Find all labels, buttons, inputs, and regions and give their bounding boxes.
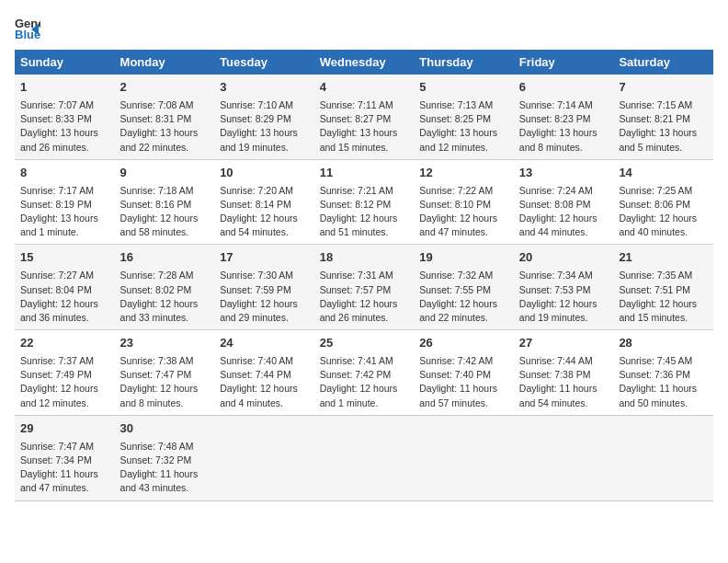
day-info: Daylight: 11 hours <box>619 382 708 396</box>
logo: General Blue <box>15 15 44 40</box>
day-number: 21 <box>619 249 708 267</box>
day-info: Daylight: 12 hours <box>320 382 409 396</box>
day-info: Sunset: 7:59 PM <box>220 283 309 297</box>
calendar-cell: 15Sunrise: 7:27 AMSunset: 8:04 PMDayligh… <box>15 245 115 330</box>
day-info: Sunrise: 7:11 AM <box>320 98 409 112</box>
day-info: and 1 minute. <box>320 396 409 410</box>
week-row-4: 22Sunrise: 7:37 AMSunset: 7:49 PMDayligh… <box>15 330 713 416</box>
day-info: Daylight: 12 hours <box>220 382 309 396</box>
day-number: 18 <box>320 249 409 267</box>
day-info: and 40 minutes. <box>619 225 708 239</box>
calendar-cell: 18Sunrise: 7:31 AMSunset: 7:57 PMDayligh… <box>314 245 415 330</box>
day-info: Sunset: 8:33 PM <box>20 112 109 126</box>
day-number: 10 <box>220 165 309 182</box>
day-info: Daylight: 12 hours <box>419 212 508 225</box>
calendar-cell: 26Sunrise: 7:42 AMSunset: 7:40 PMDayligh… <box>414 330 514 416</box>
day-info: Sunset: 7:34 PM <box>20 454 109 467</box>
week-row-2: 8Sunrise: 7:17 AMSunset: 8:19 PMDaylight… <box>15 159 713 245</box>
day-info: Daylight: 12 hours <box>419 297 508 311</box>
day-number: 12 <box>419 165 508 182</box>
day-info: Sunrise: 7:08 AM <box>120 98 210 112</box>
day-info: and 51 minutes. <box>320 225 409 239</box>
day-info: and 15 minutes. <box>619 311 708 325</box>
week-row-1: 1Sunrise: 7:07 AMSunset: 8:33 PMDaylight… <box>15 75 713 159</box>
day-number: 3 <box>220 79 309 97</box>
calendar-cell: 22Sunrise: 7:37 AMSunset: 7:49 PMDayligh… <box>15 330 115 416</box>
day-info: and 12 minutes. <box>419 141 508 155</box>
day-number: 1 <box>20 79 109 97</box>
day-info: Sunrise: 7:31 AM <box>320 269 409 282</box>
day-info: Sunrise: 7:48 AM <box>120 440 210 454</box>
day-number: 24 <box>220 335 309 352</box>
day-number: 8 <box>20 165 109 182</box>
day-info: Daylight: 11 hours <box>519 382 609 396</box>
day-info: Sunrise: 7:27 AM <box>20 269 109 282</box>
day-info: Sunset: 7:44 PM <box>220 368 309 382</box>
day-number: 19 <box>419 249 508 267</box>
day-info: Sunrise: 7:38 AM <box>120 354 210 368</box>
calendar-cell <box>214 415 314 500</box>
day-info: Daylight: 12 hours <box>619 297 708 311</box>
logo-icon: General Blue <box>15 15 40 40</box>
day-info: Sunset: 8:04 PM <box>20 283 109 297</box>
calendar-header-row: SundayMondayTuesdayWednesdayThursdayFrid… <box>15 50 713 75</box>
day-info: Daylight: 11 hours <box>419 382 508 396</box>
day-number: 23 <box>120 335 210 352</box>
day-number: 13 <box>519 165 609 182</box>
day-info: Sunrise: 7:42 AM <box>419 354 508 368</box>
day-info: Daylight: 12 hours <box>320 212 409 225</box>
day-info: Sunset: 8:08 PM <box>519 198 609 212</box>
calendar-cell: 6Sunrise: 7:14 AMSunset: 8:23 PMDaylight… <box>514 75 614 159</box>
calendar-table: SundayMondayTuesdayWednesdayThursdayFrid… <box>15 50 713 501</box>
calendar-cell: 20Sunrise: 7:34 AMSunset: 7:53 PMDayligh… <box>514 245 614 330</box>
day-info: Sunset: 8:02 PM <box>120 283 210 297</box>
day-info: Daylight: 13 hours <box>419 126 508 140</box>
calendar-cell: 4Sunrise: 7:11 AMSunset: 8:27 PMDaylight… <box>314 75 415 159</box>
day-number: 27 <box>519 335 609 352</box>
calendar-cell: 11Sunrise: 7:21 AMSunset: 8:12 PMDayligh… <box>314 159 415 245</box>
day-number: 9 <box>120 165 210 182</box>
day-info: and 57 minutes. <box>419 396 508 410</box>
day-number: 26 <box>419 335 508 352</box>
calendar-cell: 19Sunrise: 7:32 AMSunset: 7:55 PMDayligh… <box>414 245 514 330</box>
day-info: Sunset: 8:21 PM <box>619 112 708 126</box>
day-number: 11 <box>320 165 409 182</box>
day-info: Sunrise: 7:10 AM <box>220 98 309 112</box>
day-info: Sunrise: 7:30 AM <box>220 269 309 282</box>
day-info: Sunset: 8:06 PM <box>619 198 708 212</box>
day-info: and 22 minutes. <box>419 311 508 325</box>
day-info: and 58 minutes. <box>120 225 210 239</box>
day-info: Sunset: 7:42 PM <box>320 368 409 382</box>
calendar-cell: 21Sunrise: 7:35 AMSunset: 7:51 PMDayligh… <box>613 245 713 330</box>
day-info: and 47 minutes. <box>419 225 508 239</box>
calendar-cell <box>613 415 713 500</box>
day-number: 6 <box>519 79 609 97</box>
day-number: 22 <box>20 335 109 352</box>
day-info: Sunset: 8:14 PM <box>220 198 309 212</box>
calendar-cell: 3Sunrise: 7:10 AMSunset: 8:29 PMDaylight… <box>214 75 314 159</box>
day-info: Sunset: 8:29 PM <box>220 112 309 126</box>
calendar-cell <box>314 415 415 500</box>
day-info: Daylight: 12 hours <box>519 297 609 311</box>
day-info: Daylight: 13 hours <box>20 212 109 225</box>
day-info: Sunrise: 7:13 AM <box>419 98 508 112</box>
header-sunday: Sunday <box>15 50 115 75</box>
day-info: and 8 minutes. <box>519 141 609 155</box>
calendar-cell: 27Sunrise: 7:44 AMSunset: 7:38 PMDayligh… <box>514 330 614 416</box>
day-info: Sunrise: 7:24 AM <box>519 184 609 198</box>
day-info: Sunrise: 7:47 AM <box>20 440 109 454</box>
day-info: Daylight: 12 hours <box>120 382 210 396</box>
calendar-cell: 2Sunrise: 7:08 AMSunset: 8:31 PMDaylight… <box>115 75 215 159</box>
calendar-cell: 1Sunrise: 7:07 AMSunset: 8:33 PMDaylight… <box>15 75 115 159</box>
day-info: Sunset: 7:47 PM <box>120 368 210 382</box>
calendar-cell: 24Sunrise: 7:40 AMSunset: 7:44 PMDayligh… <box>214 330 314 416</box>
day-info: Daylight: 11 hours <box>20 467 109 481</box>
day-number: 20 <box>519 249 609 267</box>
day-info: Daylight: 12 hours <box>320 297 409 311</box>
day-number: 25 <box>320 335 409 352</box>
page-header: General Blue <box>15 15 713 40</box>
day-info: Sunrise: 7:34 AM <box>519 269 609 282</box>
day-info: Sunset: 8:16 PM <box>120 198 210 212</box>
day-info: Sunrise: 7:44 AM <box>519 354 609 368</box>
header-thursday: Thursday <box>414 50 514 75</box>
